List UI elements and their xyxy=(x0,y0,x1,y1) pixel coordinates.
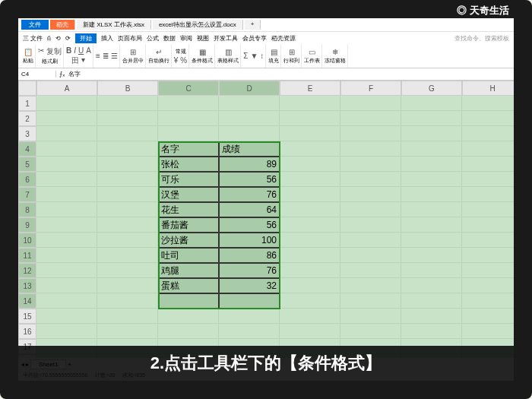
cell-E8[interactable] xyxy=(280,202,340,217)
wrap-icon[interactable]: ↵ xyxy=(156,48,162,56)
cell-A4[interactable] xyxy=(36,141,97,157)
cell-G10[interactable] xyxy=(401,233,462,248)
worksheet-icon[interactable]: ▭ xyxy=(309,48,315,56)
cell-D2[interactable] xyxy=(219,111,280,126)
cell-E5[interactable] xyxy=(280,157,340,172)
cell-E11[interactable] xyxy=(280,248,340,263)
cell-E1[interactable] xyxy=(280,96,340,111)
cell-E10[interactable] xyxy=(280,233,340,248)
row-header-12[interactable]: 12 xyxy=(18,263,36,278)
cell-H16[interactable] xyxy=(462,324,514,339)
cell-D3[interactable] xyxy=(219,126,280,141)
menu-file[interactable]: 三 文件 xyxy=(23,34,43,43)
cell-D8[interactable]: 64 xyxy=(219,202,280,217)
menu-start[interactable]: 开始 xyxy=(75,33,97,43)
cell-D12[interactable]: 76 xyxy=(219,263,280,278)
menu-data[interactable]: 数据 xyxy=(163,34,176,43)
bold-button[interactable]: B xyxy=(66,46,71,55)
cell-G14[interactable] xyxy=(401,293,462,309)
sum-button[interactable]: Σ xyxy=(243,52,248,60)
row-header-6[interactable]: 6 xyxy=(18,172,36,187)
doc-tab-active[interactable]: 新建 XLSX 工作表.xlsx xyxy=(77,20,151,30)
col-header-H[interactable]: H xyxy=(462,81,514,96)
cell-G9[interactable] xyxy=(401,217,462,233)
cell-B11[interactable] xyxy=(97,248,158,263)
cell-D7[interactable]: 76 xyxy=(219,187,280,202)
row-header-5[interactable]: 5 xyxy=(18,157,36,172)
cell-B15[interactable] xyxy=(97,309,158,324)
cell-B1[interactable] xyxy=(97,96,158,111)
cell-F8[interactable] xyxy=(340,202,401,217)
table-style-icon[interactable]: ▥ xyxy=(225,48,232,56)
cell-B12[interactable] xyxy=(97,263,158,278)
font-color-icon[interactable]: ▾ xyxy=(81,55,85,66)
cell-A16[interactable] xyxy=(36,324,97,339)
cell-A9[interactable] xyxy=(36,217,97,233)
cell-E4[interactable] xyxy=(280,141,340,157)
cell-D13[interactable]: 32 xyxy=(219,278,280,293)
cell-F11[interactable] xyxy=(340,248,401,263)
row-header-10[interactable]: 10 xyxy=(18,233,36,248)
cut-icon[interactable]: ✂ xyxy=(38,46,44,57)
cell-C8[interactable]: 花生 xyxy=(158,202,219,217)
row-col-icon[interactable]: ⊞ xyxy=(289,48,295,56)
spreadsheet[interactable]: ABCDEFGH1234名字成绩5张松896可乐567汉堡768花生649番茄酱… xyxy=(18,81,514,358)
cell-D14[interactable] xyxy=(219,293,280,309)
cell-B2[interactable] xyxy=(97,111,158,126)
col-header-G[interactable]: G xyxy=(401,81,462,96)
cell-A8[interactable] xyxy=(36,202,97,217)
cell-H13[interactable] xyxy=(462,278,514,293)
cell-G4[interactable] xyxy=(401,141,462,157)
cell-F15[interactable] xyxy=(340,309,401,324)
menu-layout[interactable]: 页面布局 xyxy=(118,34,142,43)
cell-C11[interactable]: 吐司 xyxy=(158,248,219,263)
cell-E13[interactable] xyxy=(280,278,340,293)
fill-color-icon[interactable]: A xyxy=(86,46,91,55)
save-icon[interactable]: ⎙ xyxy=(47,35,51,42)
table-style-button[interactable]: 表格样式 xyxy=(217,57,239,65)
row-header-11[interactable]: 11 xyxy=(18,248,36,263)
cell-E9[interactable] xyxy=(280,217,340,233)
percent-icon[interactable]: % xyxy=(180,56,187,65)
cell-B13[interactable] xyxy=(97,278,158,293)
doc-tab-c[interactable]: excel特出显示怎么设置.docx xyxy=(153,20,243,30)
cell-G8[interactable] xyxy=(401,202,462,217)
cell-F2[interactable] xyxy=(340,111,401,126)
col-header-B[interactable]: B xyxy=(97,81,158,96)
cell-H7[interactable] xyxy=(462,187,514,202)
col-header-E[interactable]: E xyxy=(280,81,340,96)
cell-A14[interactable] xyxy=(36,293,97,309)
cell-A7[interactable] xyxy=(36,187,97,202)
currency-icon[interactable]: ¥ xyxy=(174,56,179,65)
cell-B16[interactable] xyxy=(97,324,158,339)
cell-A13[interactable] xyxy=(36,278,97,293)
cell-G7[interactable] xyxy=(401,187,462,202)
cell-C15[interactable] xyxy=(158,309,219,324)
col-header-D[interactable]: D xyxy=(219,81,280,96)
wrap-button[interactable]: 自动换行 xyxy=(148,57,169,65)
row-header-9[interactable]: 9 xyxy=(18,217,36,233)
cell-B9[interactable] xyxy=(97,217,158,233)
cell-F6[interactable] xyxy=(340,172,401,187)
cell-B5[interactable] xyxy=(97,157,158,172)
cell-C12[interactable]: 鸡腿 xyxy=(158,263,219,278)
paste-icon[interactable]: 📋 xyxy=(24,48,33,56)
cell-G15[interactable] xyxy=(401,309,462,324)
redo-icon[interactable]: ⟳ xyxy=(65,35,71,42)
cell-A1[interactable] xyxy=(36,96,97,111)
cell-E15[interactable] xyxy=(280,309,340,324)
menu-review[interactable]: 审阅 xyxy=(180,34,192,43)
cell-F3[interactable] xyxy=(340,126,401,141)
fill-icon[interactable]: ▤ xyxy=(271,48,277,56)
col-header-A[interactable]: A xyxy=(36,81,97,96)
menu-insert[interactable]: 插入 xyxy=(101,34,113,43)
worksheet-button[interactable]: 工作表 xyxy=(304,57,320,65)
row-header-2[interactable]: 2 xyxy=(18,111,36,126)
cell-B14[interactable] xyxy=(97,293,158,309)
cell-D11[interactable]: 86 xyxy=(219,248,280,263)
cell-G3[interactable] xyxy=(401,126,462,141)
cell-D15[interactable] xyxy=(219,309,280,324)
menu-dev[interactable]: 开发工具 xyxy=(214,34,238,43)
cell-F5[interactable] xyxy=(340,157,401,172)
cell-B8[interactable] xyxy=(97,202,158,217)
